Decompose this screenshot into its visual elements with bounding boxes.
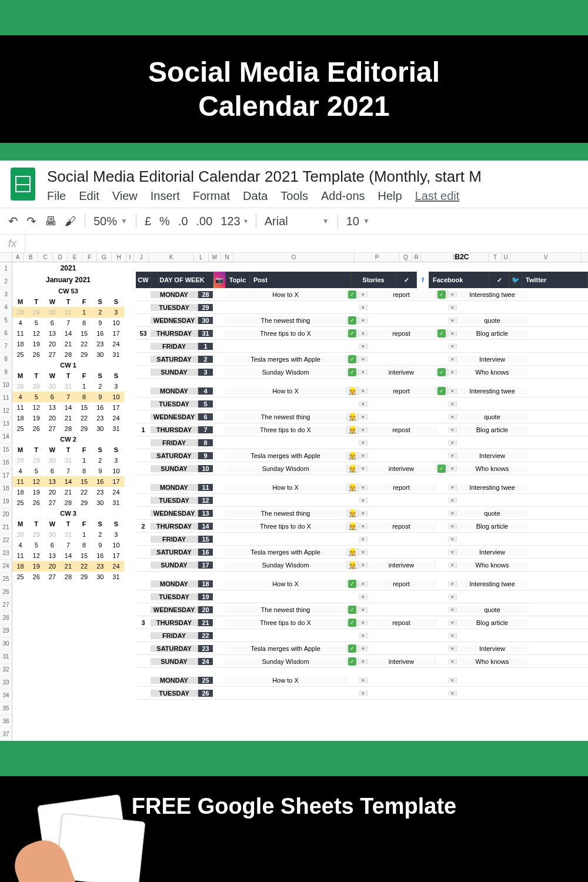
cal-day[interactable]: 28 bbox=[60, 572, 76, 582]
cal-day[interactable]: 10 bbox=[108, 392, 124, 402]
cal-day[interactable]: 7 bbox=[60, 540, 76, 550]
cal-day[interactable]: 14 bbox=[60, 550, 76, 561]
cal-day[interactable]: 28 bbox=[12, 307, 28, 318]
cell-dropdown[interactable]: ▾ bbox=[359, 690, 368, 696]
cell-dropdown[interactable]: ▾ bbox=[359, 594, 368, 600]
cal-day[interactable]: 15 bbox=[76, 550, 92, 561]
cell-date[interactable]: 1 bbox=[198, 343, 213, 350]
cal-day[interactable]: 31 bbox=[60, 381, 76, 392]
cal-day[interactable]: 29 bbox=[28, 455, 44, 466]
cal-day[interactable]: 21 bbox=[60, 339, 76, 349]
row-header[interactable]: 22 bbox=[0, 534, 12, 547]
cell-day[interactable]: WEDNESDAY bbox=[151, 510, 198, 517]
cell-day[interactable]: FRIDAY bbox=[151, 439, 198, 446]
cal-day[interactable]: 10 bbox=[108, 318, 124, 328]
cell-check[interactable]: ✓ bbox=[346, 316, 359, 325]
cal-day[interactable]: 30 bbox=[44, 455, 60, 466]
cell-twitter[interactable]: quote bbox=[457, 413, 527, 420]
cell-check[interactable]: ✓ bbox=[346, 355, 359, 363]
cell-post[interactable]: Sunday Wisdom bbox=[225, 658, 346, 665]
cal-day[interactable]: 9 bbox=[92, 540, 108, 550]
cal-day[interactable]: 8 bbox=[76, 392, 92, 402]
cell-dropdown[interactable]: ▾ bbox=[359, 305, 368, 310]
cell-twitter[interactable]: Interview bbox=[457, 549, 527, 556]
cal-day[interactable]: 16 bbox=[92, 328, 108, 339]
cell-twitter[interactable]: Interesting twee bbox=[457, 484, 527, 491]
cell-day[interactable]: FRIDAY bbox=[151, 536, 198, 543]
cell-date[interactable]: 19 bbox=[198, 593, 213, 600]
font-size-select[interactable]: 10▼ bbox=[346, 215, 370, 228]
cell-dropdown[interactable]: ▾ bbox=[359, 369, 368, 375]
row-header[interactable]: 26 bbox=[0, 586, 12, 599]
col-header[interactable]: E bbox=[68, 253, 82, 262]
col-header[interactable]: G bbox=[97, 253, 112, 262]
cell-date[interactable]: 2 bbox=[198, 356, 213, 363]
planner-row[interactable]: TUESDAY 19 ▾ ▾ bbox=[136, 590, 588, 603]
planner-row[interactable]: SUNDAY 3 Sunday Wisdom ✓ ▾ interivew ✓ ▾… bbox=[136, 366, 588, 379]
cal-day[interactable]: 7 bbox=[60, 392, 76, 402]
cal-day[interactable]: 16 bbox=[92, 550, 108, 561]
cell-post[interactable]: Sunday Wisdom bbox=[225, 465, 346, 472]
planner-row[interactable]: FRIDAY 8 ▾ ▾ bbox=[136, 436, 588, 449]
cal-day[interactable]: 30 bbox=[92, 572, 108, 582]
planner-row[interactable]: TUESDAY 26 ▾ ▾ bbox=[136, 687, 588, 700]
row-header[interactable]: 7 bbox=[0, 340, 12, 353]
cell-day[interactable]: MONDAY bbox=[151, 580, 198, 587]
cal-day[interactable]: 12 bbox=[28, 476, 44, 487]
cell-check[interactable]: 👷 bbox=[346, 548, 359, 556]
cal-day[interactable]: 12 bbox=[28, 328, 44, 339]
row-header[interactable]: 15 bbox=[0, 443, 12, 456]
cell-date[interactable]: 20 bbox=[198, 606, 213, 613]
cell-dropdown[interactable]: ▾ bbox=[448, 292, 457, 298]
cal-day[interactable]: 29 bbox=[28, 307, 44, 318]
cell-post[interactable]: How to X bbox=[225, 291, 346, 298]
menu-edit[interactable]: Edit bbox=[79, 189, 99, 203]
cal-day[interactable]: 26 bbox=[28, 572, 44, 582]
cell-post[interactable]: How to X bbox=[225, 677, 346, 684]
cell-post[interactable]: The newest thing bbox=[225, 317, 346, 324]
cell-cw[interactable]: 3 bbox=[136, 619, 151, 626]
row-header[interactable]: 1 bbox=[0, 262, 12, 275]
planner-row[interactable]: SUNDAY 24 Sunday Wisdom ✓ ▾ interivew ▾ … bbox=[136, 655, 588, 668]
row-header[interactable]: 4 bbox=[0, 301, 12, 314]
cell-date[interactable]: 21 bbox=[198, 619, 213, 626]
cell-dropdown[interactable]: ▾ bbox=[359, 356, 368, 362]
cell-day[interactable]: TUESDAY bbox=[151, 593, 198, 600]
cell-date[interactable]: 14 bbox=[198, 523, 213, 530]
cell-dropdown[interactable]: ▾ bbox=[448, 343, 457, 349]
cell-check[interactable]: 👷 bbox=[346, 465, 359, 473]
planner-row[interactable]: MONDAY 4 How to X 👷 ▾ report ✓ ▾ Interes… bbox=[136, 385, 588, 397]
cal-day[interactable]: 19 bbox=[28, 339, 44, 349]
cal-day[interactable]: 2 bbox=[92, 381, 108, 392]
cell-dropdown[interactable]: ▾ bbox=[359, 388, 368, 394]
cell-dropdown[interactable]: ▾ bbox=[359, 620, 368, 626]
cell-dropdown[interactable]: ▾ bbox=[448, 594, 457, 600]
planner-row[interactable]: SUNDAY 10 Sunday Wisdom 👷 ▾ interivew ✓ … bbox=[136, 462, 588, 475]
cell-fb-check[interactable]: ✓ bbox=[436, 290, 448, 299]
cal-day[interactable]: 1 bbox=[76, 381, 92, 392]
number-format-select[interactable]: 123▾ bbox=[220, 215, 247, 228]
cell-facebook[interactable]: interivew bbox=[368, 465, 436, 472]
cell-check[interactable]: ✓ bbox=[346, 329, 359, 338]
percent-button[interactable]: % bbox=[159, 215, 170, 228]
planner-row[interactable]: SATURDAY 2 Tesla merges with Apple ✓ ▾ ▾… bbox=[136, 353, 588, 366]
cell-date[interactable]: 26 bbox=[198, 690, 213, 697]
cell-dropdown[interactable]: ▾ bbox=[448, 690, 457, 696]
cell-day[interactable]: TUESDAY bbox=[151, 304, 198, 311]
cal-day[interactable]: 7 bbox=[60, 466, 76, 476]
cell-dropdown[interactable]: ▾ bbox=[448, 581, 457, 587]
cal-day[interactable]: 31 bbox=[108, 349, 124, 360]
row-header[interactable]: 25 bbox=[0, 573, 12, 586]
cal-day[interactable]: 18 bbox=[12, 487, 28, 497]
cell-check[interactable]: ✓ bbox=[346, 657, 359, 666]
cal-day[interactable]: 14 bbox=[60, 328, 76, 339]
cell-fb-check[interactable]: ✓ bbox=[436, 387, 448, 395]
row-header[interactable]: 6 bbox=[0, 327, 12, 340]
cell-day[interactable]: TUESDAY bbox=[151, 690, 198, 697]
cal-day[interactable]: 4 bbox=[12, 466, 28, 476]
cal-day[interactable]: 5 bbox=[28, 466, 44, 476]
planner-row[interactable]: MONDAY 28 How to X ✓ ▾ report ✓ ▾ Intere… bbox=[136, 288, 588, 301]
cal-day[interactable]: 27 bbox=[44, 349, 60, 360]
cal-day[interactable]: 16 bbox=[92, 476, 108, 487]
menu-file[interactable]: File bbox=[47, 189, 66, 203]
